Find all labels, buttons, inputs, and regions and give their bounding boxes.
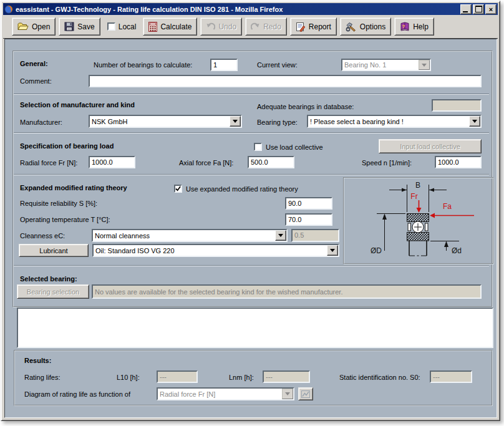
load-heading: Specification of bearing load: [20, 142, 114, 150]
manufacturer-value: NSK GmbH: [90, 118, 230, 125]
help-button[interactable]: ? Help: [394, 17, 434, 36]
general-heading: General:: [20, 60, 48, 68]
temperature-input[interactable]: [285, 213, 332, 226]
local-checkbox[interactable]: [107, 22, 115, 31]
num-bearings-input[interactable]: [210, 59, 238, 71]
calculate-button[interactable]: Calculate: [143, 17, 197, 36]
save-floppy-icon: [64, 22, 74, 31]
num-bearings-label: Number of bearings to calculate:: [94, 61, 192, 69]
reliability-input[interactable]: [285, 197, 332, 210]
dim-outer-diameter-label: ØD: [371, 246, 382, 255]
chevron-down-icon: [275, 230, 286, 241]
axial-force-input[interactable]: [248, 156, 294, 168]
section-divider: [14, 265, 489, 266]
maximize-icon: [475, 6, 482, 12]
current-view-select[interactable]: Bearing No. 1: [341, 59, 431, 71]
rating-lifes-label: Rating lifes:: [24, 374, 60, 382]
input-load-collective-button[interactable]: Input load collective: [379, 139, 482, 153]
undo-button[interactable]: Undo: [200, 17, 242, 36]
section-divider: [14, 94, 489, 95]
force-fr-label: Fr: [410, 192, 417, 201]
save-label: Save: [77, 22, 94, 31]
lubricant-button[interactable]: Lubricant: [19, 244, 89, 257]
l10-field: ---: [157, 370, 198, 383]
undo-label: Undo: [218, 22, 236, 31]
save-button[interactable]: Save: [59, 17, 100, 36]
open-button[interactable]: Open: [12, 17, 56, 36]
check-icon: [175, 186, 181, 191]
comment-label: Comment:: [20, 77, 52, 85]
minimize-icon: [463, 11, 468, 12]
report-button[interactable]: Report: [290, 17, 337, 36]
bearing-selection-label: Bearing selection: [27, 288, 79, 296]
use-load-collective-checkbox[interactable]: [254, 143, 262, 151]
open-folder-icon: [17, 22, 29, 31]
input-load-collective-label: Input load collective: [400, 143, 460, 150]
show-diagram-button[interactable]: [298, 387, 313, 400]
chevron-down-icon: [230, 116, 241, 127]
calculator-icon: [148, 22, 157, 32]
options-label: Options: [360, 22, 385, 31]
title-bar: eassistant - GWJ-Technology - Rating lif…: [3, 3, 498, 15]
temperature-label: Operating temperature T [°C]:: [20, 216, 110, 224]
chevron-down-icon: [419, 60, 430, 70]
bearing-type-value: ! Please select a bearing kind !: [308, 118, 469, 125]
use-expanded-theory-label: Use expanded modified rating theory: [186, 185, 298, 193]
manufacturer-label: Manufacturer:: [20, 119, 62, 127]
selection-heading: Selection of manufacturer and kind: [20, 101, 135, 109]
close-button[interactable]: ×: [485, 4, 497, 14]
bearing-type-label: Bearing type:: [257, 119, 298, 127]
static-id-label: Static identification no. S0:: [339, 374, 420, 382]
static-id-field: ---: [430, 370, 472, 383]
tools-icon: [346, 22, 357, 32]
application-window: eassistant - GWJ-Technology - Rating lif…: [1, 1, 500, 421]
l10-label: L10 [h]:: [117, 374, 140, 382]
speed-label: Speed n [1/min]:: [362, 159, 412, 167]
expanded-heading: Expanded modified rating theory: [20, 184, 127, 192]
lubricant-select[interactable]: Oil: Standard ISO VG 220: [92, 244, 339, 257]
chevron-down-icon: [282, 389, 293, 399]
diagram-function-select[interactable]: Radial force Fr [N]: [157, 387, 294, 400]
bearing-message-field: No values are available for the selected…: [92, 284, 482, 299]
report-label: Report: [309, 22, 331, 31]
axial-force-label: Axial force Fa [N]:: [179, 159, 233, 167]
close-icon: ×: [489, 6, 493, 12]
options-button[interactable]: Options: [340, 17, 391, 36]
radial-force-input[interactable]: [89, 156, 135, 168]
maximize-button[interactable]: [473, 4, 484, 14]
dim-inner-diameter-label: Ød: [452, 246, 462, 255]
comment-input[interactable]: [89, 75, 482, 87]
local-checkbox-group: Local: [107, 22, 137, 31]
open-label: Open: [32, 22, 50, 31]
section-divider: [14, 174, 489, 175]
reliability-label: Requisite reliability S [%]:: [20, 200, 97, 208]
lnm-field: ---: [263, 370, 310, 383]
redo-icon: [251, 22, 260, 31]
current-view-label: Current view:: [257, 61, 298, 69]
diagram-function-label: Diagram of rating life as function of: [24, 390, 130, 399]
output-area: [17, 307, 493, 348]
section-divider: [14, 132, 489, 133]
help-label: Help: [413, 22, 429, 31]
bearing-selection-button[interactable]: Bearing selection: [17, 284, 89, 299]
use-expanded-theory-checkbox[interactable]: [174, 185, 182, 193]
minimize-button[interactable]: [460, 4, 472, 14]
cleanness-factor-field: 0.5: [291, 229, 339, 242]
speed-input[interactable]: [435, 156, 482, 168]
manufacturer-select[interactable]: NSK GmbH: [89, 115, 242, 128]
chevron-down-icon: [469, 116, 480, 127]
chevron-down-icon: [327, 245, 338, 256]
firefox-icon: [4, 5, 13, 14]
report-document-icon: [296, 22, 306, 32]
lubricant-value: Oil: Standard ISO VG 220: [94, 247, 327, 254]
redo-button[interactable]: Redo: [245, 17, 287, 36]
redo-label: Redo: [263, 22, 281, 31]
force-fa-label: Fa: [443, 202, 452, 211]
toolbar: Open Save Local: [3, 15, 498, 39]
cleanness-select[interactable]: Normal cleanness: [92, 229, 288, 242]
current-view-value: Bearing No. 1: [342, 61, 419, 69]
window-title: eassistant - GWJ-Technology - Rating lif…: [16, 6, 459, 13]
dim-b-label: B: [415, 181, 420, 190]
bearing-type-select[interactable]: ! Please select a bearing kind !: [307, 115, 482, 128]
cleanness-label: Cleanness eC:: [20, 232, 65, 240]
